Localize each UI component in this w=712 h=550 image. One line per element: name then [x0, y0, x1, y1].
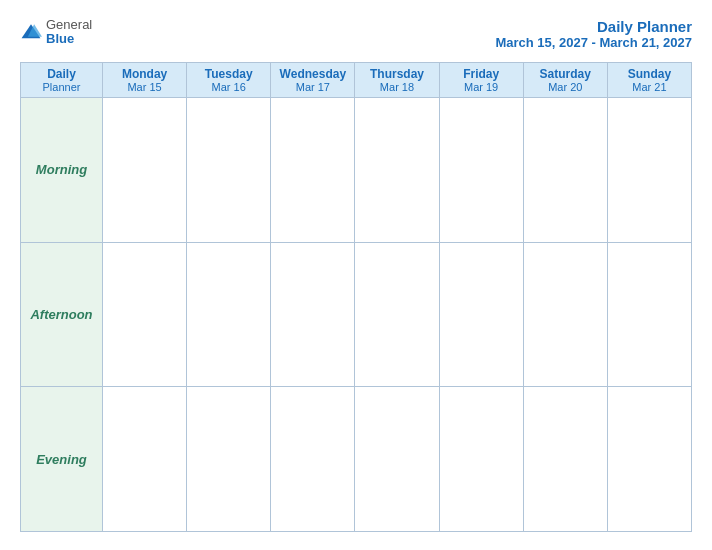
afternoon-thursday[interactable]: [355, 242, 439, 387]
sunday-date: Mar 21: [610, 81, 689, 93]
morning-saturday[interactable]: [523, 98, 607, 243]
evening-label: Evening: [21, 387, 103, 532]
col-header-thursday: Thursday Mar 18: [355, 63, 439, 98]
saturday-date: Mar 20: [526, 81, 605, 93]
afternoon-tuesday[interactable]: [187, 242, 271, 387]
thursday-name: Thursday: [357, 67, 436, 81]
evening-sunday[interactable]: [607, 387, 691, 532]
evening-tuesday[interactable]: [187, 387, 271, 532]
saturday-name: Saturday: [526, 67, 605, 81]
evening-saturday[interactable]: [523, 387, 607, 532]
afternoon-sunday[interactable]: [607, 242, 691, 387]
title-sub: March 15, 2027 - March 21, 2027: [495, 35, 692, 50]
morning-monday[interactable]: [103, 98, 187, 243]
morning-label: Morning: [21, 98, 103, 243]
logo-text: General Blue: [46, 18, 92, 47]
afternoon-label: Afternoon: [21, 242, 103, 387]
friday-name: Friday: [442, 67, 521, 81]
friday-date: Mar 19: [442, 81, 521, 93]
calendar-table: Daily Planner Monday Mar 15 Tuesday Mar …: [20, 62, 692, 532]
evening-monday[interactable]: [103, 387, 187, 532]
thursday-date: Mar 18: [357, 81, 436, 93]
col-header-saturday: Saturday Mar 20: [523, 63, 607, 98]
header: General Blue Daily Planner March 15, 202…: [20, 18, 692, 50]
evening-thursday[interactable]: [355, 387, 439, 532]
evening-friday[interactable]: [439, 387, 523, 532]
page: General Blue Daily Planner March 15, 202…: [0, 0, 712, 550]
logo-icon: [20, 21, 42, 43]
monday-date: Mar 15: [105, 81, 184, 93]
logo-general: General: [46, 18, 92, 32]
col-header-line2: Planner: [23, 81, 100, 93]
morning-row: Morning: [21, 98, 692, 243]
morning-tuesday[interactable]: [187, 98, 271, 243]
logo-blue: Blue: [46, 32, 92, 46]
title-block: Daily Planner March 15, 2027 - March 21,…: [495, 18, 692, 50]
col-header-sunday: Sunday Mar 21: [607, 63, 691, 98]
morning-sunday[interactable]: [607, 98, 691, 243]
monday-name: Monday: [105, 67, 184, 81]
logo: General Blue: [20, 18, 92, 47]
header-row: Daily Planner Monday Mar 15 Tuesday Mar …: [21, 63, 692, 98]
evening-wednesday[interactable]: [271, 387, 355, 532]
col-header-monday: Monday Mar 15: [103, 63, 187, 98]
morning-wednesday[interactable]: [271, 98, 355, 243]
afternoon-monday[interactable]: [103, 242, 187, 387]
col-header-friday: Friday Mar 19: [439, 63, 523, 98]
title-main: Daily Planner: [495, 18, 692, 35]
tuesday-date: Mar 16: [189, 81, 268, 93]
col-header-wednesday: Wednesday Mar 17: [271, 63, 355, 98]
afternoon-saturday[interactable]: [523, 242, 607, 387]
tuesday-name: Tuesday: [189, 67, 268, 81]
afternoon-wednesday[interactable]: [271, 242, 355, 387]
afternoon-friday[interactable]: [439, 242, 523, 387]
evening-row: Evening: [21, 387, 692, 532]
col-header-line1: Daily: [23, 67, 100, 81]
wednesday-name: Wednesday: [273, 67, 352, 81]
wednesday-date: Mar 17: [273, 81, 352, 93]
col-header-label: Daily Planner: [21, 63, 103, 98]
sunday-name: Sunday: [610, 67, 689, 81]
afternoon-row: Afternoon: [21, 242, 692, 387]
col-header-tuesday: Tuesday Mar 16: [187, 63, 271, 98]
morning-friday[interactable]: [439, 98, 523, 243]
morning-thursday[interactable]: [355, 98, 439, 243]
